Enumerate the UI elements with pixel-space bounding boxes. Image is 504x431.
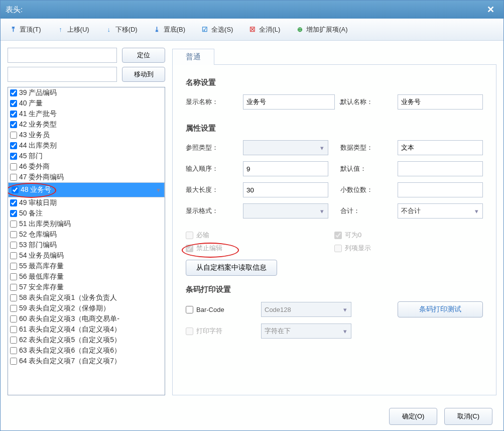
list-item[interactable]: 56 最低库存量: [8, 271, 165, 282]
datatype-input[interactable]: [398, 140, 483, 155]
ok-button[interactable]: 确定(O): [389, 408, 437, 425]
lbl-reftype: 参照类型：: [186, 143, 231, 152]
list-item-checkbox[interactable]: [10, 242, 17, 249]
list-item-checkbox[interactable]: [10, 153, 17, 160]
lbl-sum: 合计：: [340, 206, 386, 216]
list-item-checkbox[interactable]: [10, 358, 17, 365]
list-item[interactable]: 42 业务类型: [8, 119, 165, 130]
list-item-checkbox[interactable]: [10, 210, 17, 217]
locate-input[interactable]: [8, 48, 117, 63]
list-item[interactable]: 57 安全库存量: [8, 282, 165, 292]
detail-panel: 名称设置 显示名称： ⌄ 默认名称： 属性设置 参照类型： 数据类型：: [172, 65, 496, 395]
list-item-label: 62 表头自定义项5（自定义项5）: [19, 336, 121, 345]
list-item[interactable]: 61 表头自定义项4（自定义项4）: [8, 324, 165, 335]
list-item[interactable]: 47 委外商编码: [8, 172, 165, 182]
close-icon[interactable]: ✕: [483, 2, 498, 17]
list-item[interactable]: 52 仓库编码: [8, 229, 165, 240]
list-item-checkbox[interactable]: [10, 315, 17, 322]
cancel-button[interactable]: 取消(C): [444, 408, 492, 425]
lbl-dispname: 显示名称：: [186, 97, 231, 106]
list-item[interactable]: 58 表头自定义项1（业务负责人: [8, 292, 165, 303]
barcode-select[interactable]: Code128: [261, 302, 351, 317]
list-item[interactable]: 41 生产批号: [8, 109, 165, 119]
list-item-checkbox[interactable]: [10, 163, 17, 170]
list-item-checkbox[interactable]: [10, 89, 17, 96]
maxlen-input[interactable]: [243, 182, 328, 197]
list-item-checkbox[interactable]: [10, 273, 17, 280]
list-item[interactable]: 46 委外商: [8, 161, 165, 172]
list-item-label: 39 产品编码: [19, 88, 57, 97]
add-ext-button[interactable]: ⊕增加扩展项(A): [290, 23, 352, 36]
list-item[interactable]: 54 业务员编码: [8, 250, 165, 261]
list-item[interactable]: 49 审核日期: [8, 197, 165, 208]
list-item-checkbox[interactable]: [10, 263, 17, 270]
dispname-input[interactable]: [243, 94, 335, 110]
list-item-checkbox[interactable]: [10, 199, 17, 206]
list-item-checkbox[interactable]: [10, 221, 17, 228]
list-item[interactable]: 39 产品编码: [8, 87, 165, 98]
list-item-checkbox[interactable]: [10, 132, 17, 139]
moveto-input[interactable]: [8, 67, 117, 82]
bottom-button[interactable]: ⤓置底(B): [148, 23, 190, 36]
lbl-order: 输入顺序：: [186, 164, 231, 173]
list-item[interactable]: 48 业务号: [8, 182, 165, 197]
locate-button[interactable]: 定位: [122, 48, 165, 63]
list-item[interactable]: 45 部门: [8, 151, 165, 161]
list-item[interactable]: 62 表头自定义项5（自定义项5）: [8, 335, 165, 345]
list-item-checkbox[interactable]: [10, 284, 17, 291]
list-item[interactable]: 55 最高库存量: [8, 261, 165, 271]
list-item-checkbox[interactable]: [10, 142, 17, 149]
deselect-all-button[interactable]: ☒全消(L): [243, 23, 285, 36]
select-all-button[interactable]: ☑全选(S): [195, 23, 238, 36]
read-archive-button[interactable]: 从自定档案中读取信息: [186, 260, 277, 276]
default-input[interactable]: [398, 161, 483, 176]
defname-input[interactable]: [398, 94, 483, 110]
bottom-icon: ⤓: [153, 26, 162, 33]
top-button[interactable]: ⤒置顶(T): [4, 23, 46, 36]
sec-attr: 属性设置: [186, 124, 483, 133]
tab-normal[interactable]: 普通: [172, 49, 214, 65]
up-button[interactable]: ↑上移(U): [51, 23, 94, 36]
print-test-button[interactable]: 条码打印测试: [398, 301, 483, 317]
printchar-select[interactable]: 字符在下: [261, 324, 351, 339]
list-item-checkbox[interactable]: [10, 121, 17, 128]
list-item[interactable]: 60 表头自定义项3（电商交易单-: [8, 313, 165, 324]
list-item[interactable]: 51 出库类别编码: [8, 219, 165, 229]
list-item-checkbox[interactable]: [10, 231, 17, 238]
list-item-checkbox[interactable]: [10, 174, 17, 181]
list-item-checkbox[interactable]: [12, 186, 19, 193]
sum-select[interactable]: 不合计: [398, 203, 483, 219]
reftype-select[interactable]: [243, 140, 328, 155]
list-item-checkbox[interactable]: [10, 294, 17, 301]
list-item-checkbox[interactable]: [10, 337, 17, 344]
chk-barcode[interactable]: Bar-Code: [186, 306, 251, 313]
list-item[interactable]: 40 产量: [8, 98, 165, 109]
moveto-button[interactable]: 移动到: [122, 67, 165, 82]
footer: 确定(O) 取消(C): [1, 402, 503, 430]
list-item[interactable]: 43 业务员: [8, 130, 165, 140]
list-item[interactable]: 63 表头自定义项6（自定义项6）: [8, 345, 165, 356]
list-item-label: 53 部门编码: [19, 241, 57, 250]
list-item[interactable]: 59 表头自定义项2（保修期）: [8, 303, 165, 313]
down-button[interactable]: ↓下移(D): [99, 23, 143, 36]
list-item[interactable]: 53 部门编码: [8, 240, 165, 250]
list-item-checkbox[interactable]: [10, 100, 17, 107]
list-item[interactable]: 44 出库类别: [8, 140, 165, 151]
list-item-label: 57 安全库存量: [19, 283, 64, 292]
list-item-checkbox[interactable]: [10, 252, 17, 259]
list-item[interactable]: 50 备注: [8, 208, 165, 219]
list-item[interactable]: 64 表头自定义项7（自定义项7）: [8, 356, 165, 366]
list-item-checkbox[interactable]: [10, 347, 17, 354]
list-item-checkbox[interactable]: [10, 111, 17, 118]
list-item-label: 51 出库类别编码: [19, 220, 71, 229]
dec-input[interactable]: [398, 182, 483, 197]
list-item-checkbox[interactable]: [10, 305, 17, 312]
list-item-label: 54 业务员编码: [19, 251, 64, 260]
lbl-datatype: 数据类型：: [340, 143, 386, 152]
list-item-checkbox[interactable]: [10, 326, 17, 333]
field-list[interactable]: 39 产品编码40 产量41 生产批号42 业务类型43 业务员44 出库类别4…: [8, 87, 165, 395]
order-input[interactable]: [243, 161, 328, 176]
sec-name: 名称设置: [186, 78, 483, 87]
fmt-select[interactable]: [243, 203, 328, 219]
body: 定位 移动到 39 产品编码40 产量41 生产批号42 业务类型43 业务员4…: [1, 41, 503, 402]
